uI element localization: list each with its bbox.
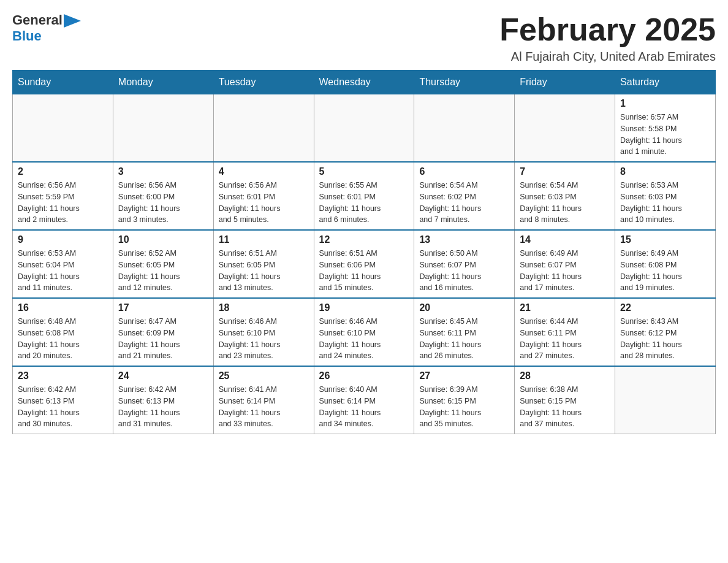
day-number: 23 <box>18 370 108 381</box>
calendar-day-cell: 27Sunrise: 6:39 AM Sunset: 6:15 PM Dayli… <box>414 366 515 434</box>
day-number: 28 <box>520 370 610 381</box>
day-info: Sunrise: 6:49 AM Sunset: 6:07 PM Dayligh… <box>520 248 610 294</box>
month-title: February 2025 <box>499 12 716 47</box>
day-info: Sunrise: 6:39 AM Sunset: 6:15 PM Dayligh… <box>419 384 509 430</box>
day-number: 26 <box>319 370 409 381</box>
day-number: 3 <box>118 166 208 177</box>
day-number: 19 <box>319 302 409 313</box>
calendar-day-cell <box>414 94 515 163</box>
calendar-day-cell: 25Sunrise: 6:41 AM Sunset: 6:14 PM Dayli… <box>213 366 314 434</box>
calendar-header-saturday: Saturday <box>615 71 716 94</box>
calendar-week-row: 16Sunrise: 6:48 AM Sunset: 6:08 PM Dayli… <box>13 298 716 366</box>
calendar-day-cell: 6Sunrise: 6:54 AM Sunset: 6:02 PM Daylig… <box>414 162 515 230</box>
day-number: 21 <box>520 302 610 313</box>
day-number: 9 <box>18 234 108 245</box>
day-number: 14 <box>520 234 610 245</box>
calendar-header-wednesday: Wednesday <box>314 71 414 94</box>
logo-triangle-icon <box>64 14 81 28</box>
calendar-day-cell: 28Sunrise: 6:38 AM Sunset: 6:15 PM Dayli… <box>515 366 615 434</box>
day-info: Sunrise: 6:43 AM Sunset: 6:12 PM Dayligh… <box>620 316 710 362</box>
calendar-day-cell: 15Sunrise: 6:49 AM Sunset: 6:08 PM Dayli… <box>615 230 716 298</box>
day-number: 18 <box>219 302 309 313</box>
calendar-day-cell: 5Sunrise: 6:55 AM Sunset: 6:01 PM Daylig… <box>314 162 414 230</box>
day-number: 6 <box>419 166 509 177</box>
calendar-day-cell: 23Sunrise: 6:42 AM Sunset: 6:13 PM Dayli… <box>13 366 113 434</box>
day-info: Sunrise: 6:47 AM Sunset: 6:09 PM Dayligh… <box>118 316 208 362</box>
day-info: Sunrise: 6:40 AM Sunset: 6:14 PM Dayligh… <box>319 384 409 430</box>
calendar-day-cell: 11Sunrise: 6:51 AM Sunset: 6:05 PM Dayli… <box>213 230 314 298</box>
day-info: Sunrise: 6:53 AM Sunset: 6:03 PM Dayligh… <box>620 180 710 226</box>
calendar-day-cell: 21Sunrise: 6:44 AM Sunset: 6:11 PM Dayli… <box>515 298 615 366</box>
day-info: Sunrise: 6:46 AM Sunset: 6:10 PM Dayligh… <box>219 316 309 362</box>
day-info: Sunrise: 6:46 AM Sunset: 6:10 PM Dayligh… <box>319 316 409 362</box>
day-number: 1 <box>620 98 710 109</box>
calendar-week-row: 2Sunrise: 6:56 AM Sunset: 5:59 PM Daylig… <box>13 162 716 230</box>
logo-blue: Blue <box>12 28 81 44</box>
calendar-week-row: 1Sunrise: 6:57 AM Sunset: 5:58 PM Daylig… <box>13 94 716 163</box>
calendar-day-cell <box>13 94 113 163</box>
day-info: Sunrise: 6:55 AM Sunset: 6:01 PM Dayligh… <box>319 180 409 226</box>
calendar-day-cell <box>213 94 314 163</box>
calendar-header-thursday: Thursday <box>414 71 515 94</box>
calendar-day-cell: 22Sunrise: 6:43 AM Sunset: 6:12 PM Dayli… <box>615 298 716 366</box>
day-info: Sunrise: 6:45 AM Sunset: 6:11 PM Dayligh… <box>419 316 509 362</box>
calendar-day-cell: 18Sunrise: 6:46 AM Sunset: 6:10 PM Dayli… <box>213 298 314 366</box>
day-number: 17 <box>118 302 208 313</box>
day-info: Sunrise: 6:44 AM Sunset: 6:11 PM Dayligh… <box>520 316 610 362</box>
calendar-day-cell: 20Sunrise: 6:45 AM Sunset: 6:11 PM Dayli… <box>414 298 515 366</box>
day-number: 25 <box>219 370 309 381</box>
calendar-day-cell <box>113 94 213 163</box>
calendar-day-cell: 9Sunrise: 6:53 AM Sunset: 6:04 PM Daylig… <box>13 230 113 298</box>
day-number: 8 <box>620 166 710 177</box>
calendar-day-cell: 1Sunrise: 6:57 AM Sunset: 5:58 PM Daylig… <box>615 94 716 163</box>
calendar-day-cell: 2Sunrise: 6:56 AM Sunset: 5:59 PM Daylig… <box>13 162 113 230</box>
day-number: 15 <box>620 234 710 245</box>
calendar-header-friday: Friday <box>515 71 615 94</box>
day-number: 20 <box>419 302 509 313</box>
calendar-day-cell: 12Sunrise: 6:51 AM Sunset: 6:06 PM Dayli… <box>314 230 414 298</box>
day-number: 12 <box>319 234 409 245</box>
location-subtitle: Al Fujairah City, United Arab Emirates <box>499 50 716 64</box>
calendar-day-cell: 16Sunrise: 6:48 AM Sunset: 6:08 PM Dayli… <box>13 298 113 366</box>
calendar-table: SundayMondayTuesdayWednesdayThursdayFrid… <box>12 70 716 434</box>
calendar-day-cell: 13Sunrise: 6:50 AM Sunset: 6:07 PM Dayli… <box>414 230 515 298</box>
day-number: 7 <box>520 166 610 177</box>
page-header: General Blue February 2025 Al Fujairah C… <box>12 12 716 64</box>
calendar-day-cell: 10Sunrise: 6:52 AM Sunset: 6:05 PM Dayli… <box>113 230 213 298</box>
calendar-header-row: SundayMondayTuesdayWednesdayThursdayFrid… <box>13 71 716 94</box>
calendar-day-cell: 19Sunrise: 6:46 AM Sunset: 6:10 PM Dayli… <box>314 298 414 366</box>
day-info: Sunrise: 6:56 AM Sunset: 6:00 PM Dayligh… <box>118 180 208 226</box>
day-info: Sunrise: 6:56 AM Sunset: 6:01 PM Dayligh… <box>219 180 309 226</box>
day-number: 5 <box>319 166 409 177</box>
calendar-day-cell: 17Sunrise: 6:47 AM Sunset: 6:09 PM Dayli… <box>113 298 213 366</box>
day-info: Sunrise: 6:54 AM Sunset: 6:02 PM Dayligh… <box>419 180 509 226</box>
day-info: Sunrise: 6:57 AM Sunset: 5:58 PM Dayligh… <box>620 112 710 158</box>
day-info: Sunrise: 6:50 AM Sunset: 6:07 PM Dayligh… <box>419 248 509 294</box>
calendar-day-cell: 26Sunrise: 6:40 AM Sunset: 6:14 PM Dayli… <box>314 366 414 434</box>
day-number: 27 <box>419 370 509 381</box>
calendar-header-tuesday: Tuesday <box>213 71 314 94</box>
day-info: Sunrise: 6:53 AM Sunset: 6:04 PM Dayligh… <box>18 248 108 294</box>
day-number: 24 <box>118 370 208 381</box>
logo-general: General <box>12 12 63 28</box>
calendar-day-cell <box>615 366 716 434</box>
day-number: 11 <box>219 234 309 245</box>
day-info: Sunrise: 6:38 AM Sunset: 6:15 PM Dayligh… <box>520 384 610 430</box>
day-number: 22 <box>620 302 710 313</box>
day-info: Sunrise: 6:51 AM Sunset: 6:05 PM Dayligh… <box>219 248 309 294</box>
day-info: Sunrise: 6:42 AM Sunset: 6:13 PM Dayligh… <box>118 384 208 430</box>
calendar-header-sunday: Sunday <box>13 71 113 94</box>
day-info: Sunrise: 6:51 AM Sunset: 6:06 PM Dayligh… <box>319 248 409 294</box>
title-block: February 2025 Al Fujairah City, United A… <box>499 12 716 64</box>
calendar-week-row: 23Sunrise: 6:42 AM Sunset: 6:13 PM Dayli… <box>13 366 716 434</box>
calendar-day-cell: 24Sunrise: 6:42 AM Sunset: 6:13 PM Dayli… <box>113 366 213 434</box>
calendar-week-row: 9Sunrise: 6:53 AM Sunset: 6:04 PM Daylig… <box>13 230 716 298</box>
day-number: 16 <box>18 302 108 313</box>
day-info: Sunrise: 6:48 AM Sunset: 6:08 PM Dayligh… <box>18 316 108 362</box>
calendar-day-cell <box>314 94 414 163</box>
day-number: 13 <box>419 234 509 245</box>
calendar-day-cell: 4Sunrise: 6:56 AM Sunset: 6:01 PM Daylig… <box>213 162 314 230</box>
day-number: 2 <box>18 166 108 177</box>
logo: General Blue <box>12 12 81 44</box>
day-number: 4 <box>219 166 309 177</box>
